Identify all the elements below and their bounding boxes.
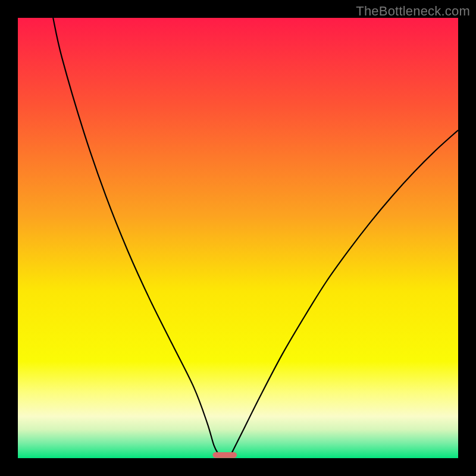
bottleneck-chart xyxy=(18,18,458,458)
gradient-background xyxy=(18,18,458,458)
optimum-marker xyxy=(212,452,237,458)
chart-frame xyxy=(18,18,458,458)
watermark-text: TheBottleneck.com xyxy=(356,4,470,19)
